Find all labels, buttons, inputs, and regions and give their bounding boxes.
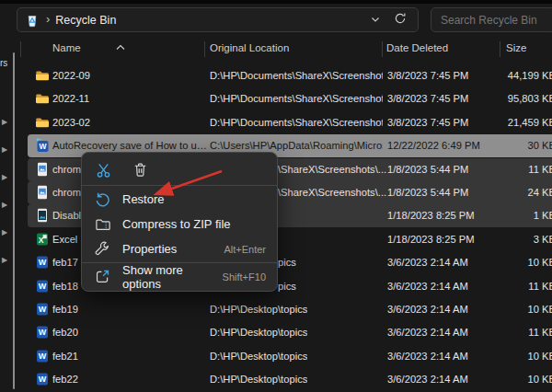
column-header-original-location[interactable]: Original Location bbox=[210, 42, 289, 53]
file-type-icon bbox=[35, 162, 50, 177]
recycle-bin-icon bbox=[25, 13, 40, 28]
file-row[interactable]: Wfeb19D:\HP\Desktop\topics3/6/2023 2:14 … bbox=[28, 298, 552, 321]
nav-expand-chevron-icon[interactable]: ▶ bbox=[2, 118, 11, 127]
file-row-size-cell: 30 KB bbox=[454, 134, 552, 157]
file-row-loc-cell: D:\HP\Desktop\topics bbox=[210, 298, 307, 321]
context-menu: Restore Compress to ZIP file Properties … bbox=[81, 152, 278, 292]
file-row-size-cell: 11 KB bbox=[454, 321, 552, 344]
header-separator[interactable] bbox=[20, 41, 21, 57]
menu-item-compress-zip[interactable]: Compress to ZIP file bbox=[82, 212, 277, 236]
menu-item-label: Compress to ZIP file bbox=[122, 217, 266, 231]
breadcrumb[interactable]: Recycle Bin bbox=[55, 14, 116, 27]
file-type-icon: W bbox=[35, 279, 50, 294]
file-row-loc-cell: D:\HP\Desktop\topics bbox=[210, 321, 307, 344]
file-row-name-cell: feb22 bbox=[52, 368, 78, 391]
nav-pane-scrollbar[interactable] bbox=[13, 52, 15, 389]
file-row[interactable]: 2022-09D:\HP\Documents\ShareX\Screenshot… bbox=[28, 64, 552, 87]
file-row-size-cell: 21,459 KB bbox=[454, 111, 552, 134]
file-row-name-cell: feb21 bbox=[52, 345, 78, 368]
file-row-loc-cell: pics bbox=[278, 251, 296, 274]
nav-expand-chevron-icon[interactable]: ▶ bbox=[2, 201, 11, 210]
svg-text:W: W bbox=[39, 328, 47, 337]
restore-icon bbox=[95, 191, 111, 208]
file-row-name-cell: feb19 bbox=[52, 298, 78, 321]
search-box[interactable] bbox=[431, 7, 552, 32]
refresh-icon[interactable] bbox=[394, 12, 407, 29]
file-type-icon: W bbox=[35, 325, 50, 340]
file-row-name-cell: Excel bbox=[52, 228, 77, 251]
file-row[interactable]: Wfeb21D:\HP\Desktop\topics3/6/2023 2:14 … bbox=[28, 345, 552, 368]
svg-text:W: W bbox=[39, 258, 47, 267]
file-row-name-cell: feb18 bbox=[52, 275, 78, 298]
column-header-name[interactable]: Name bbox=[52, 42, 81, 53]
cut-icon[interactable] bbox=[95, 161, 111, 178]
file-row-loc-cell: \ShareX\Screenshots\... bbox=[278, 158, 386, 181]
show-more-options-icon bbox=[95, 269, 111, 285]
file-row-size-cell: 10 KB bbox=[454, 298, 552, 321]
context-menu-icon-row bbox=[82, 155, 277, 184]
file-type-icon bbox=[35, 115, 50, 130]
svg-text:W: W bbox=[39, 305, 47, 314]
file-row-loc-cell: D:\HP\Documents\ShareX\Screenshots bbox=[210, 64, 383, 87]
nav-expand-chevron-icon[interactable]: ▶ bbox=[2, 145, 11, 155]
menu-item-label: Restore bbox=[122, 192, 266, 206]
file-row-size-cell: 11 KB bbox=[454, 275, 552, 298]
delete-icon[interactable] bbox=[132, 161, 148, 178]
file-type-icon bbox=[35, 68, 50, 83]
menu-item-label: Show more options bbox=[122, 263, 223, 291]
search-input[interactable] bbox=[431, 14, 552, 27]
file-type-icon: W bbox=[35, 302, 50, 317]
file-row-name-cell: feb17 bbox=[52, 251, 78, 274]
file-row-loc-cell: pics bbox=[278, 275, 296, 298]
menu-separator bbox=[82, 185, 277, 186]
header-separator[interactable] bbox=[204, 41, 205, 57]
file-row[interactable]: 2023-02D:\HP\Documents\ShareX\Screenshot… bbox=[28, 111, 552, 134]
file-type-icon: W bbox=[35, 255, 50, 270]
wrench-icon bbox=[95, 241, 111, 258]
nav-expand-chevron-icon[interactable]: ▶ bbox=[2, 173, 11, 182]
menu-item-label: Properties bbox=[122, 242, 224, 256]
file-row-loc-cell: D:\HP\Documents\ShareX\Screenshots bbox=[210, 87, 383, 110]
svg-text:W: W bbox=[39, 375, 47, 384]
menu-item-shortcut: Shift+F10 bbox=[223, 271, 266, 282]
file-row-size-cell: 10 KB bbox=[454, 251, 552, 274]
header-separator[interactable] bbox=[382, 41, 383, 57]
file-type-icon bbox=[35, 185, 50, 200]
file-row-name-cell: feb20 bbox=[52, 321, 78, 344]
nav-expand-chevron-icon[interactable]: ▶ bbox=[2, 256, 11, 265]
file-type-icon: W bbox=[35, 372, 50, 386]
file-row-name-cell: chrom bbox=[52, 181, 81, 204]
file-row-size-cell: 1 KB bbox=[454, 204, 552, 227]
column-header-date-deleted[interactable]: Date Deleted bbox=[386, 42, 448, 53]
file-row-name-cell: Disabl bbox=[52, 204, 81, 227]
file-row[interactable]: Wfeb22D:\HP\Desktop\topics3/6/2023 2:14 … bbox=[28, 368, 552, 391]
file-row-loc-cell: D:\HP\Desktop\topics bbox=[210, 368, 307, 391]
menu-item-restore[interactable]: Restore bbox=[82, 187, 277, 212]
svg-text:W: W bbox=[39, 282, 47, 291]
file-row[interactable]: 2022-11D:\HP\Documents\ShareX\Screenshot… bbox=[28, 87, 552, 110]
file-row-name-cell: 2022-11 bbox=[52, 87, 89, 110]
file-type-icon: W bbox=[35, 349, 50, 363]
file-row-size-cell: 11 KB bbox=[454, 158, 552, 181]
address-dropdown-chevron-icon[interactable] bbox=[370, 12, 381, 29]
file-row-size-cell: 24 KB bbox=[454, 181, 552, 204]
window-top-edge bbox=[0, 0, 552, 4]
menu-item-properties[interactable]: Properties Alt+Enter bbox=[82, 236, 277, 261]
file-row-size-cell: 3 KB bbox=[454, 228, 552, 251]
file-row-loc-cell: D:\HP\Documents\ShareX\Screenshots bbox=[210, 111, 383, 134]
svg-text:W: W bbox=[39, 142, 47, 151]
file-row-name-cell: 2022-09 bbox=[52, 64, 90, 87]
file-row[interactable]: Wfeb20D:\HP\Desktop\topics3/6/2023 2:14 … bbox=[28, 321, 552, 344]
file-type-icon: X bbox=[35, 232, 50, 247]
nav-expand-chevron-icon[interactable]: ▶ bbox=[2, 228, 11, 237]
address-bar[interactable]: › Recycle Bin bbox=[17, 7, 419, 32]
file-row-loc-cell: \ShareX\Screenshots\... bbox=[278, 181, 386, 204]
header-separator[interactable] bbox=[500, 41, 500, 57]
sort-ascending-icon bbox=[116, 38, 125, 54]
file-row-name-cell: 2023-02 bbox=[52, 111, 90, 134]
column-header-size[interactable]: Size bbox=[506, 42, 526, 53]
nav-pane-clipped-label: rs bbox=[0, 58, 7, 68]
file-row-name-cell: chrom bbox=[52, 158, 81, 181]
menu-item-shortcut: Alt+Enter bbox=[224, 244, 266, 255]
menu-item-show-more-options[interactable]: Show more options Shift+F10 bbox=[82, 264, 277, 289]
